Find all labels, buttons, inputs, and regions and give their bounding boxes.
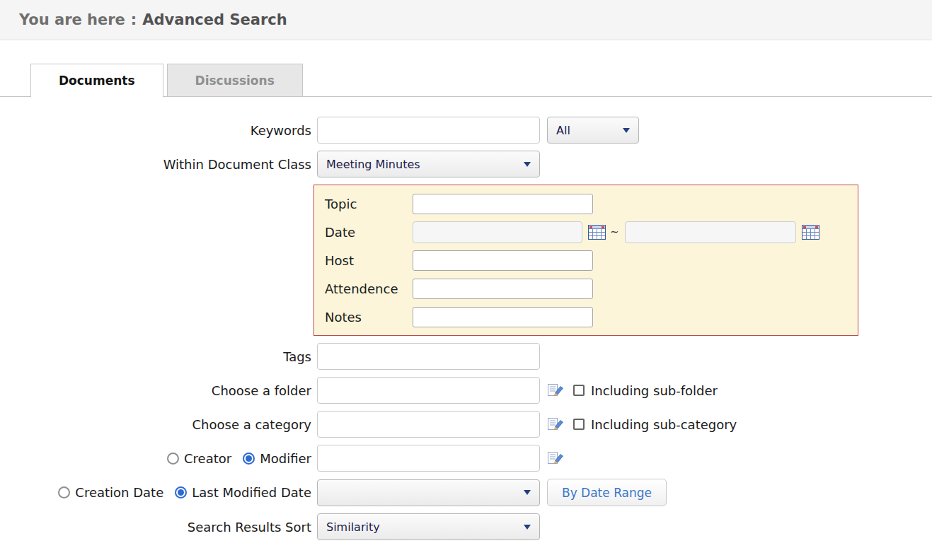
creator-radio[interactable] — [167, 453, 179, 465]
tab-discussions-label: Discussions — [195, 74, 275, 88]
keywords-label: Keywords — [0, 123, 311, 138]
sort-value: Similarity — [326, 520, 380, 534]
category-input[interactable] — [317, 411, 540, 438]
include-subfolder-checkbox[interactable] — [573, 385, 585, 396]
document-class-value: Meeting Minutes — [326, 158, 420, 171]
date-range-separator: ~ — [610, 226, 619, 238]
last-modified-date-radio[interactable] — [175, 486, 187, 498]
chevron-down-icon — [623, 128, 630, 133]
last-modified-date-radio-label: Last Modified Date — [192, 485, 311, 500]
tags-label: Tags — [0, 349, 311, 364]
sort-select[interactable]: Similarity — [317, 513, 540, 540]
topic-label: Topic — [325, 197, 413, 211]
attendence-row: Attendence — [325, 278, 847, 299]
user-by-row: Creator Modifier — [0, 445, 932, 472]
chevron-down-icon — [524, 490, 531, 495]
tab-bar: Documents Discussions — [0, 64, 932, 97]
user-by-options: Creator Modifier — [0, 451, 311, 466]
date-from-input[interactable] — [413, 221, 582, 243]
date-label: Date — [325, 225, 413, 240]
creation-date-radio[interactable] — [58, 486, 70, 498]
tab-documents[interactable]: Documents — [30, 64, 163, 97]
document-class-row: Within Document Class Meeting Minutes — [0, 151, 932, 177]
category-label: Choose a category — [0, 417, 311, 432]
sort-label: Search Results Sort — [0, 520, 311, 535]
by-date-range-button[interactable]: By Date Range — [547, 479, 667, 506]
include-subfolder-label: Including sub-folder — [591, 383, 718, 398]
notes-input[interactable] — [413, 307, 593, 327]
attendence-input[interactable] — [413, 279, 593, 299]
sort-row: Search Results Sort Similarity — [0, 513, 932, 540]
document-class-panel: Topic Date — [313, 185, 858, 336]
notes-row: Notes — [325, 306, 847, 327]
folder-browse-picker-icon[interactable] — [547, 383, 564, 397]
host-input[interactable] — [413, 250, 593, 271]
folder-input[interactable] — [317, 377, 540, 404]
date-to-input[interactable] — [625, 221, 796, 243]
breadcrumb-you-are-here: You are here — [19, 11, 125, 28]
page-title: Advanced Search — [142, 11, 287, 28]
topic-input[interactable] — [413, 194, 593, 214]
calendar-icon[interactable] — [802, 225, 819, 240]
keywords-input[interactable] — [317, 117, 540, 144]
keywords-scope-select[interactable]: All — [547, 117, 639, 144]
keywords-scope-value: All — [556, 124, 570, 137]
date-by-options: Creation Date Last Modified Date — [0, 485, 311, 500]
document-class-select[interactable]: Meeting Minutes — [317, 151, 540, 177]
tags-row: Tags — [0, 343, 932, 370]
category-browse-picker-icon[interactable] — [547, 417, 564, 431]
attendence-label: Attendence — [325, 281, 413, 296]
creation-date-radio-label: Creation Date — [75, 485, 163, 500]
chevron-down-icon — [524, 162, 531, 167]
tab-discussions[interactable]: Discussions — [167, 64, 303, 96]
creator-radio-label: Creator — [184, 451, 231, 466]
keywords-row: Keywords All — [0, 117, 932, 144]
include-subcategory-label: Including sub-category — [591, 417, 737, 432]
folder-label: Choose a folder — [0, 383, 311, 398]
tab-documents-label: Documents — [59, 74, 135, 88]
user-input[interactable] — [317, 445, 540, 472]
chevron-down-icon — [524, 525, 531, 530]
notes-label: Notes — [325, 310, 413, 325]
category-row: Choose a category Including sub-category — [0, 411, 932, 438]
host-row: Host — [325, 250, 847, 271]
date-row: Date ~ — [325, 221, 847, 243]
date-preset-select[interactable] — [317, 479, 540, 506]
calendar-icon[interactable] — [588, 225, 606, 240]
host-label: Host — [325, 253, 413, 268]
topic-row: Topic — [325, 193, 847, 214]
breadcrumb-separator: : — [131, 11, 137, 28]
date-by-row: Creation Date Last Modified Date By Date… — [0, 479, 932, 506]
modifier-radio-label: Modifier — [260, 451, 311, 466]
user-browse-picker-icon[interactable] — [547, 451, 564, 465]
modifier-radio[interactable] — [243, 453, 255, 465]
folder-row: Choose a folder Including sub-folder — [0, 377, 932, 404]
tags-input[interactable] — [317, 343, 540, 370]
breadcrumb: You are here : Advanced Search — [0, 0, 932, 40]
advanced-search-form: Keywords All Within Document Class Meeti… — [0, 117, 932, 540]
document-class-label: Within Document Class — [0, 157, 311, 172]
include-subcategory-checkbox[interactable] — [573, 419, 585, 430]
